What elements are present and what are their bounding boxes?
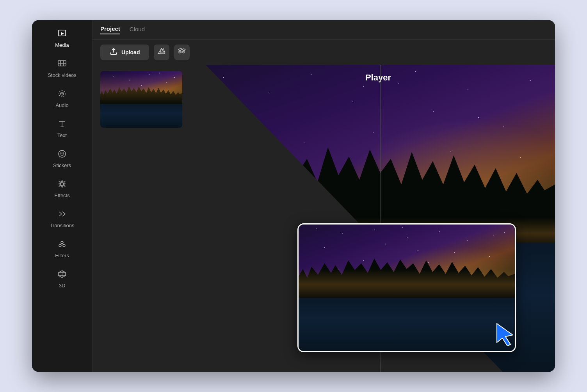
popup-glow — [299, 269, 515, 300]
svg-point-12 — [59, 150, 66, 157]
sidebar-item-effects[interactable]: Effects — [39, 175, 85, 203]
stickers-icon — [57, 149, 67, 160]
sidebar-item-3d-label: 3D — [59, 283, 66, 289]
popup-image — [299, 225, 515, 351]
sidebar-item-transitions[interactable]: Transitions — [39, 205, 85, 233]
media-area: Player — [92, 65, 555, 372]
media-icon — [57, 29, 67, 40]
popup-reflection — [299, 298, 515, 351]
sidebar-item-audio-label: Audio — [55, 102, 68, 108]
app-window: Media Stock videos Audio — [32, 20, 555, 372]
sidebar-item-stickers-label: Stickers — [53, 162, 71, 168]
sidebar-item-transitions-label: Transitions — [50, 223, 74, 228]
svg-line-18 — [60, 244, 62, 244]
tab-bar: Project Cloud — [92, 20, 555, 40]
svg-point-13 — [60, 153, 61, 153]
gdrive-button[interactable] — [154, 45, 169, 60]
sidebar-item-filters-label: Filters — [55, 253, 69, 258]
sidebar-item-filters[interactable]: Filters — [39, 235, 85, 263]
sidebar-item-effects-label: Effects — [54, 192, 70, 198]
svg-line-19 — [62, 244, 64, 244]
stock-videos-icon — [57, 59, 67, 70]
filters-icon — [57, 239, 67, 250]
effects-icon — [57, 179, 67, 190]
cursor-area — [496, 323, 518, 348]
svg-point-15 — [61, 241, 63, 244]
svg-marker-1 — [61, 32, 64, 35]
player-label: Player — [365, 73, 391, 83]
gdrive-icon — [158, 48, 165, 57]
sidebar-item-media[interactable]: Media — [39, 24, 85, 53]
sidebar: Media Stock videos Audio — [32, 20, 92, 372]
svg-marker-24 — [496, 323, 513, 346]
sidebar-item-stickers[interactable]: Stickers — [39, 144, 85, 173]
player-area: Player — [92, 65, 555, 372]
text-icon — [57, 119, 67, 130]
preview-popup — [297, 223, 516, 352]
main-content: Project Cloud Upload — [92, 20, 555, 372]
sidebar-item-media-label: Media — [55, 42, 69, 48]
svg-point-17 — [63, 244, 65, 247]
dropbox-icon — [178, 48, 186, 57]
svg-point-16 — [59, 244, 61, 247]
svg-point-8 — [62, 93, 63, 94]
svg-point-14 — [63, 153, 64, 153]
player-label-text: Player — [365, 73, 391, 82]
tab-project[interactable]: Project — [100, 25, 120, 34]
upload-button[interactable]: Upload — [100, 45, 149, 60]
cursor-icon — [496, 323, 518, 347]
upload-label: Upload — [121, 49, 140, 55]
sidebar-item-stock-videos-label: Stock videos — [48, 72, 76, 78]
transitions-icon — [57, 209, 67, 220]
audio-icon — [57, 89, 67, 100]
toolbar: Upload — [92, 40, 555, 65]
sidebar-item-3d[interactable]: 3D — [39, 265, 85, 293]
sidebar-item-text-label: Text — [57, 132, 67, 138]
svg-marker-22 — [158, 48, 162, 53]
tab-cloud[interactable]: Cloud — [130, 26, 145, 34]
upload-icon — [110, 48, 117, 57]
sidebar-item-audio[interactable]: Audio — [39, 84, 85, 113]
sidebar-item-text[interactable]: Text — [39, 114, 85, 143]
sidebar-item-stock-videos[interactable]: Stock videos — [39, 54, 85, 83]
dropbox-button[interactable] — [174, 45, 190, 60]
3d-icon — [57, 269, 67, 280]
